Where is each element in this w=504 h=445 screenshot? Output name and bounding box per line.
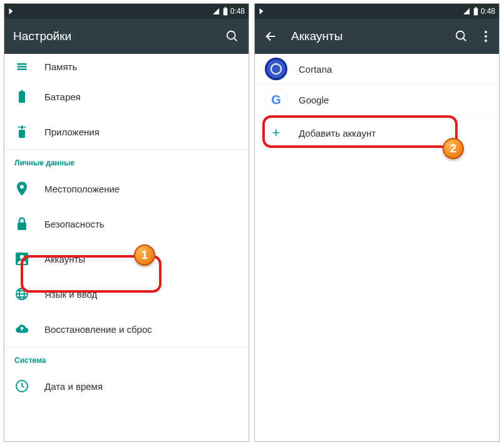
svg-rect-8 xyxy=(21,90,23,92)
item-label: Добавить аккаунт xyxy=(299,128,376,139)
svg-rect-4 xyxy=(18,63,27,65)
account-icon xyxy=(14,251,29,266)
settings-list: Память Батарея Приложения Личные данные … xyxy=(4,54,249,404)
annotation-badge-1: 1 xyxy=(134,244,155,266)
accounts-list: Cortana G Google + Добавить аккаунт xyxy=(255,54,499,150)
cortana-icon xyxy=(265,58,287,80)
search-icon[interactable] xyxy=(454,29,469,44)
play-store-icon xyxy=(259,8,266,15)
location-icon xyxy=(14,181,29,196)
battery-icon xyxy=(473,7,478,16)
battery-icon xyxy=(223,7,228,16)
settings-item-datetime[interactable]: Дата и время xyxy=(4,369,249,404)
section-header-personal: Личные данные xyxy=(4,149,249,171)
settings-item-backup[interactable]: Восстановление и сброс xyxy=(4,312,249,347)
settings-item-accounts[interactable]: Аккаунты xyxy=(4,241,249,276)
settings-item-location[interactable]: Местоположение xyxy=(4,171,249,206)
item-label: Батарея xyxy=(44,92,81,102)
svg-rect-23 xyxy=(473,8,477,15)
page-title: Настройки xyxy=(13,29,212,43)
svg-rect-6 xyxy=(18,68,27,70)
apps-icon xyxy=(14,124,29,139)
google-icon: G xyxy=(265,88,287,111)
account-item-cortana[interactable]: Cortana xyxy=(255,54,499,84)
item-label: Восстановление и сброс xyxy=(44,324,152,335)
svg-point-11 xyxy=(24,127,26,128)
svg-point-10 xyxy=(18,127,19,128)
svg-line-26 xyxy=(463,38,466,41)
item-label: Местоположение xyxy=(44,184,120,194)
app-bar-settings: Настройки xyxy=(4,19,249,54)
annotation-badge-2: 2 xyxy=(443,138,464,159)
svg-rect-5 xyxy=(18,66,27,68)
search-icon[interactable] xyxy=(225,29,240,44)
plus-icon: + xyxy=(265,122,287,144)
cloud-icon xyxy=(14,322,29,337)
status-time: 0:48 xyxy=(230,7,245,16)
signal-icon xyxy=(462,8,471,15)
status-time: 0:48 xyxy=(481,7,495,16)
status-bar: 0:48 xyxy=(255,4,499,19)
svg-point-27 xyxy=(485,31,487,33)
svg-point-29 xyxy=(485,39,487,42)
svg-point-25 xyxy=(456,31,465,39)
item-label: Аккаунты xyxy=(44,254,85,264)
back-icon[interactable] xyxy=(264,29,279,44)
item-label: Приложения xyxy=(44,127,100,137)
svg-point-13 xyxy=(20,185,24,189)
svg-point-9 xyxy=(21,126,24,129)
svg-point-28 xyxy=(485,35,487,38)
svg-rect-0 xyxy=(223,8,227,15)
svg-rect-7 xyxy=(19,92,25,103)
item-label: Google xyxy=(299,95,329,105)
item-label: Память xyxy=(44,61,77,72)
lock-icon xyxy=(14,216,29,231)
item-label: Cortana xyxy=(299,64,332,75)
svg-rect-1 xyxy=(224,8,226,9)
overflow-menu-icon[interactable] xyxy=(481,29,490,44)
settings-item-apps[interactable]: Приложения xyxy=(4,114,249,149)
signal-icon xyxy=(212,8,220,15)
svg-point-2 xyxy=(227,31,235,39)
settings-item-language[interactable]: Язык и ввод xyxy=(4,276,249,312)
svg-point-16 xyxy=(20,255,24,259)
settings-item-battery[interactable]: Батарея xyxy=(4,79,249,114)
svg-rect-12 xyxy=(19,130,25,138)
battery-icon xyxy=(14,89,29,104)
item-label: Дата и время xyxy=(44,381,103,392)
page-title: Аккаунты xyxy=(291,29,441,43)
account-item-google[interactable]: G Google xyxy=(255,85,499,115)
item-label: Язык и ввод xyxy=(44,289,97,300)
section-header-system: Система xyxy=(4,347,249,369)
settings-item-memory[interactable]: Память xyxy=(4,54,249,79)
item-label: Безопасность xyxy=(44,219,105,229)
settings-item-security[interactable]: Безопасность xyxy=(4,206,249,241)
clock-icon xyxy=(14,379,29,394)
phone-screen-accounts: 0:48 Аккаунты Cortana G Google + Добавит… xyxy=(254,3,500,442)
svg-rect-14 xyxy=(18,223,26,230)
svg-line-3 xyxy=(234,38,237,41)
status-bar: 0:48 xyxy=(4,4,249,19)
app-bar-accounts: Аккаунты xyxy=(255,19,499,54)
svg-rect-24 xyxy=(475,8,476,9)
play-store-icon xyxy=(8,8,16,15)
globe-icon xyxy=(14,286,29,301)
memory-icon xyxy=(14,59,29,74)
phone-screen-settings: 0:48 Настройки Память Батарея Приложения xyxy=(4,3,249,442)
